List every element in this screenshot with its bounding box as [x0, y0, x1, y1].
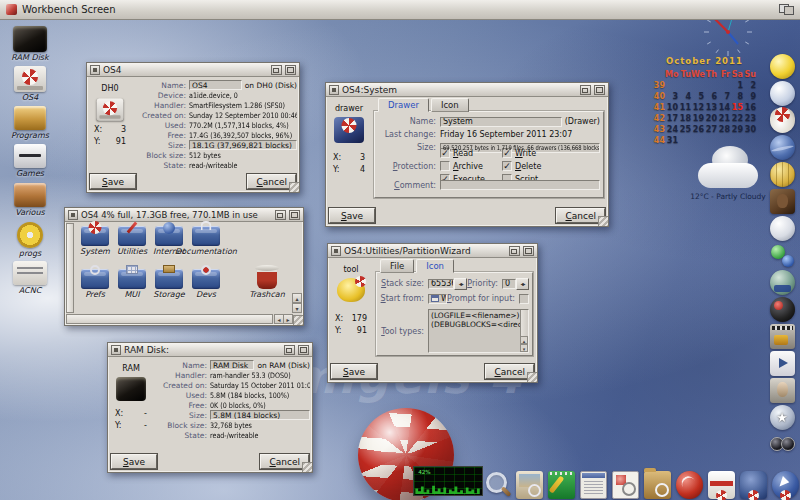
close-gadget[interactable]: [90, 65, 100, 75]
iconify-gadget[interactable]: [275, 210, 286, 220]
horizontal-scrollbar[interactable]: [66, 314, 273, 324]
depth-gadget[interactable]: [594, 85, 605, 95]
tool-icon[interactable]: [337, 278, 365, 302]
size-field[interactable]: 5.8M (184 blocks): [210, 410, 310, 420]
film-player-icon[interactable]: [770, 324, 795, 349]
white-ball-icon[interactable]: [770, 216, 795, 241]
start-from-select[interactable]: Workbench: [428, 294, 447, 304]
name-input[interactable]: RAM Disk: [210, 360, 254, 370]
image-viewer-icon[interactable]: [516, 471, 543, 499]
chewbacca-icon[interactable]: [770, 189, 795, 214]
scroll-down-gadget[interactable]: ▾: [292, 303, 302, 313]
black-ball-icon[interactable]: [770, 297, 795, 322]
close-gadget[interactable]: [329, 85, 339, 95]
depth-gadget[interactable]: [298, 345, 309, 355]
blue-drawer-icon[interactable]: [740, 471, 767, 499]
save-button[interactable]: Save: [331, 364, 377, 379]
scroll-right-gadget[interactable]: ▸: [283, 314, 293, 324]
priority-input[interactable]: 0: [502, 279, 516, 289]
save-button[interactable]: Save: [329, 208, 375, 223]
resize-gadget[interactable]: [289, 182, 299, 192]
desktop-icon-ram-disk[interactable]: RAM Disk: [4, 26, 56, 62]
close-gadget[interactable]: [331, 246, 341, 256]
ram-disk-icon[interactable]: [116, 377, 146, 401]
cpu-meter[interactable]: 42%: [413, 466, 483, 496]
partly-cloudy-icon[interactable]: [696, 146, 760, 190]
silver-ball-icon[interactable]: [770, 81, 795, 106]
drawer-icon-mui[interactable]: MUI: [114, 269, 150, 299]
drawer-icon-utilities[interactable]: Utilities: [114, 226, 150, 256]
iconify-gadget[interactable]: [580, 85, 591, 95]
protection-checkbox[interactable]: Archive: [440, 161, 502, 171]
close-gadget[interactable]: [68, 210, 78, 220]
tool-type-entry[interactable]: (DEBUGBLOCKS=<directory>): [431, 320, 519, 329]
name-input[interactable]: OS4: [189, 80, 242, 90]
stack-size-input[interactable]: 65536: [428, 279, 454, 289]
window-titlebar[interactable]: OS4: [87, 63, 299, 77]
protection-checkbox[interactable]: ✓ Delete: [502, 161, 564, 171]
tool-type-entry[interactable]: (LOGFILE=<filename>): [431, 311, 519, 320]
depth-gadget[interactable]: [285, 65, 296, 75]
window-titlebar[interactable]: RAM Disk:: [108, 343, 312, 357]
desktop-icon-programs[interactable]: Programs: [4, 106, 56, 140]
text-editor-icon[interactable]: [580, 471, 607, 499]
system-drawer-icon[interactable]: [334, 117, 364, 143]
drawer-icon-storage[interactable]: Storage: [151, 269, 187, 299]
yellow-globe-icon[interactable]: [770, 162, 795, 187]
desktop-icon-os4[interactable]: OS4: [4, 66, 56, 102]
pdf-viewer-icon[interactable]: [612, 471, 639, 499]
tab-icon[interactable]: Icon: [431, 98, 469, 112]
drawer-icon-documentation[interactable]: Documentation: [188, 226, 224, 256]
desktop-icon-games[interactable]: Games: [4, 144, 56, 178]
iconify-gadget[interactable]: [271, 65, 282, 75]
checkbox[interactable]: ✓: [502, 161, 512, 171]
desktop-icon-acnc[interactable]: ACNC: [4, 261, 56, 295]
tool-types-list[interactable]: (LOGFILE=<filename>)(DEBUGBLOCKS=<direct…: [428, 309, 529, 353]
drawer-icon-devs[interactable]: Devs: [188, 269, 224, 299]
comment-input[interactable]: [440, 180, 600, 190]
trashcan-icon[interactable]: Trashcan: [249, 268, 285, 299]
size-field[interactable]: 18.1G (37,969,821 blocks): [189, 140, 297, 150]
resize-gadget[interactable]: [293, 315, 303, 325]
priority-stepper[interactable]: ◂▸: [516, 278, 529, 290]
desktop-icon-various[interactable]: Various: [4, 183, 56, 217]
resize-gadget[interactable]: [598, 216, 608, 226]
screen-titlebar[interactable]: Workbench Screen: [0, 0, 800, 20]
depth-gadget[interactable]: [289, 210, 300, 220]
white-drawer-icon[interactable]: [708, 471, 735, 499]
resize-gadget[interactable]: [527, 372, 537, 382]
vertical-scrollbar[interactable]: [66, 223, 74, 313]
screen-depth-gadget[interactable]: [779, 4, 794, 15]
os4-disk-icon[interactable]: [97, 99, 123, 121]
molecules-icon[interactable]: [770, 243, 795, 268]
notepad-icon[interactable]: [548, 471, 575, 499]
scroll-up-gadget[interactable]: ▴: [292, 293, 302, 303]
window-titlebar[interactable]: OS4:System: [326, 83, 608, 97]
save-button[interactable]: Save: [111, 454, 157, 469]
media-player-icon[interactable]: [770, 351, 795, 376]
search-magnifier-icon[interactable]: [484, 471, 511, 499]
iconify-gadget[interactable]: [284, 345, 295, 355]
drawer-icon-prefs[interactable]: Prefs: [77, 269, 113, 299]
yellow-ball-icon[interactable]: [770, 54, 795, 79]
tab-icon[interactable]: Icon: [416, 259, 454, 273]
tab-drawer[interactable]: Drawer: [378, 98, 429, 112]
resize-gadget[interactable]: [302, 462, 312, 472]
tab-file[interactable]: File: [380, 259, 414, 273]
prompt-for-input-checkbox[interactable]: [519, 294, 529, 304]
name-input[interactable]: System: [440, 117, 562, 127]
file-search-icon[interactable]: [644, 471, 671, 499]
star-ball-icon[interactable]: ★: [770, 405, 795, 430]
checkbox[interactable]: [440, 161, 450, 171]
ftp-globe-icon[interactable]: [770, 270, 795, 295]
list-scroll-down[interactable]: ▾: [520, 344, 528, 352]
blue-planet-icon[interactable]: [770, 135, 795, 160]
window-titlebar[interactable]: OS4:Utilities/PartitionWizard: [328, 244, 537, 258]
amigaos-orb-icon[interactable]: [676, 471, 703, 499]
boing-cup-icon[interactable]: [770, 108, 795, 133]
iconify-gadget[interactable]: [509, 246, 520, 256]
pointer-ball-icon[interactable]: [772, 471, 799, 499]
desktop-icon-progs[interactable]: progs: [4, 222, 56, 258]
portrait-icon[interactable]: [770, 378, 795, 403]
list-scroll-up[interactable]: ▴: [520, 336, 528, 344]
